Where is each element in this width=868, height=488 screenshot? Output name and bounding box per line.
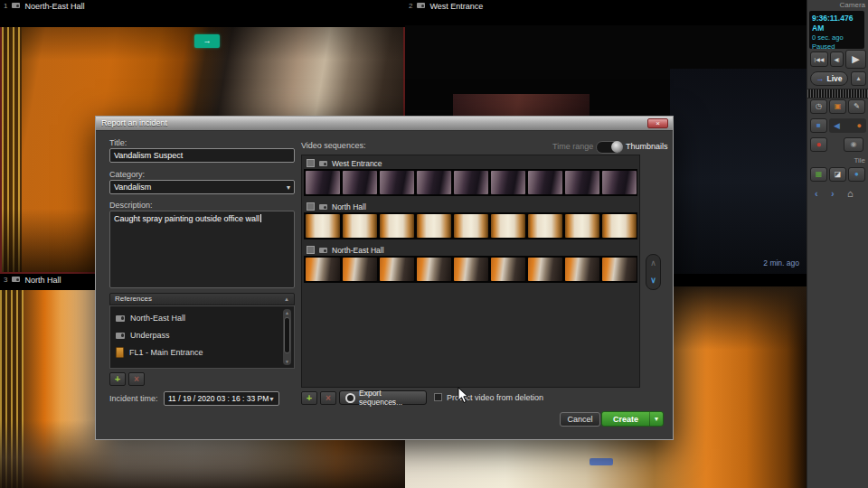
reference-item[interactable]: Underpass: [112, 326, 292, 343]
camera-icon: [116, 315, 125, 322]
live-button[interactable]: → Live: [810, 71, 848, 86]
sequence-thumbnail[interactable]: [343, 258, 377, 281]
step-back-button[interactable]: ◀|: [830, 52, 844, 67]
timeline-strip[interactable]: [807, 89, 868, 99]
scroll-up-icon[interactable]: ∧: [650, 259, 656, 267]
orange-dot-icon[interactable]: ●: [857, 121, 862, 130]
camera-icon: [319, 161, 327, 166]
description-textarea[interactable]: Caught spray painting outside office wal…: [109, 211, 295, 288]
references-scrollbar[interactable]: ▲ ▼: [283, 309, 291, 365]
sequence-thumbnail[interactable]: [602, 171, 637, 194]
prev-icon[interactable]: ‹: [815, 187, 818, 200]
sequence-thumbnail[interactable]: [602, 214, 637, 238]
thumbnails-toggle-label[interactable]: Thumbnails: [626, 142, 668, 151]
description-value: Caught spray painting outside office wal…: [114, 214, 259, 223]
scroll-down-arrow-icon[interactable]: ▼: [283, 358, 291, 365]
sequence-thumbnail[interactable]: [380, 258, 414, 281]
sequence-thumbnail[interactable]: [528, 171, 562, 194]
reference-item[interactable]: North-East Hall: [112, 309, 292, 326]
sequence-thumbnail[interactable]: [528, 258, 562, 281]
category-select[interactable]: Vandalism ▾: [109, 180, 295, 194]
dialog-titlebar[interactable]: Report an incident ×: [96, 117, 673, 131]
time-select-button[interactable]: ◷: [810, 99, 827, 114]
scrollbar-thumb[interactable]: [284, 317, 290, 353]
video-sequences-panel: West EntranceNorth HallNorth-East Hall: [301, 155, 640, 388]
home-icon[interactable]: ⌂: [847, 187, 854, 200]
next-icon[interactable]: ›: [831, 187, 835, 200]
audio-icon: ◉: [851, 141, 857, 148]
sequence-thumbnail[interactable]: [306, 214, 340, 238]
smart-search-button[interactable]: ▣: [829, 99, 846, 114]
category-field-label: Category:: [109, 170, 145, 179]
sequence-thumbnail[interactable]: [417, 214, 451, 238]
sequence-thumbnail[interactable]: [417, 258, 451, 281]
collapse-icon: ▲: [284, 294, 289, 305]
category-select-value: Vandalism: [114, 183, 151, 192]
snapshot-button[interactable]: ◪: [829, 167, 846, 182]
audio-button[interactable]: ◉: [844, 137, 863, 152]
skip-to-start-button[interactable]: |◀◀: [810, 52, 828, 67]
ptz-button[interactable]: ●: [848, 167, 865, 182]
toggle-knob[interactable]: [611, 141, 623, 153]
create-dropdown-icon[interactable]: ▼: [649, 412, 663, 426]
sequence-thumbnail[interactable]: [528, 214, 562, 238]
incident-time-field[interactable]: 11 / 19 / 2020 03 : 16 : 33 PM ▼: [164, 391, 279, 406]
add-reference-button[interactable]: +: [109, 372, 126, 386]
camera-icon: [12, 3, 20, 8]
add-sequence-button[interactable]: +: [301, 391, 317, 405]
scroll-down-icon[interactable]: ∨: [650, 277, 656, 285]
sequence-thumbnail[interactable]: [343, 171, 377, 194]
stop-button[interactable]: ■: [810, 118, 827, 133]
sequence-thumbnail[interactable]: [565, 214, 599, 238]
chevron-down-icon: ▼: [269, 393, 275, 406]
sequence-scroll-control[interactable]: ∧ ∨: [646, 254, 661, 290]
sequence-thumbnail[interactable]: [380, 214, 414, 238]
sequence-thumbnail[interactable]: [306, 171, 340, 194]
protect-video-checkbox[interactable]: [434, 393, 442, 401]
annotate-button[interactable]: ✎: [848, 99, 865, 114]
sequence-thumbnail[interactable]: [454, 171, 488, 194]
floor-marking: [590, 458, 613, 465]
view-mode-toggle[interactable]: [596, 141, 623, 154]
sequence-thumbnail[interactable]: [491, 258, 525, 281]
sequence-thumbnail[interactable]: [306, 258, 340, 281]
scroll-up-arrow-icon[interactable]: ▲: [283, 309, 291, 316]
camera-icon: [12, 277, 20, 282]
create-button-label: Create: [602, 415, 649, 424]
sequence-thumbnail[interactable]: [417, 171, 451, 194]
title-input[interactable]: Vandalism Suspect: [109, 148, 295, 163]
cancel-button[interactable]: Cancel: [560, 412, 600, 427]
sequence-checkbox[interactable]: [307, 202, 315, 211]
back-arrow-icon[interactable]: ◀: [834, 121, 840, 130]
sequence-thumbnail[interactable]: [602, 258, 637, 281]
sequence-thumbnail-strip: [304, 169, 637, 196]
create-button[interactable]: Create ▼: [601, 411, 664, 427]
time-range-toggle-label[interactable]: Time range: [552, 142, 593, 151]
sequence-checkbox[interactable]: [307, 159, 315, 167]
sequence-checkbox[interactable]: [307, 246, 315, 254]
references-list[interactable]: ▲ ▼ North-East HallUnderpassFL1 - Main E…: [109, 305, 295, 369]
grid-view-button[interactable]: ▦: [810, 167, 827, 182]
bookmark-group: ◀ ●: [829, 118, 866, 133]
export-sequences-button[interactable]: Export sequences...: [339, 390, 427, 405]
remove-reference-button[interactable]: ×: [128, 372, 145, 386]
sequence-thumbnail[interactable]: [343, 214, 377, 238]
reference-name: North-East Hall: [130, 314, 185, 323]
record-button[interactable]: ●: [810, 137, 827, 152]
remove-sequence-button[interactable]: ×: [320, 391, 336, 405]
sequence-thumbnail[interactable]: [454, 214, 488, 238]
sequence-thumbnail[interactable]: [491, 171, 525, 194]
close-icon[interactable]: ×: [647, 118, 668, 128]
camera-icon: [116, 333, 125, 339]
sequence-thumbnail[interactable]: [565, 258, 599, 281]
sequence-thumbnail[interactable]: [565, 171, 599, 194]
sequence-thumbnail-strip: [304, 212, 637, 239]
camera-icon: [319, 248, 327, 253]
reference-item[interactable]: FL1 - Main Entrance: [112, 343, 292, 361]
play-button[interactable]: ▶: [845, 50, 866, 69]
sequence-thumbnail[interactable]: [380, 171, 414, 194]
references-header[interactable]: References ▲: [109, 293, 295, 305]
sequence-thumbnail[interactable]: [454, 258, 488, 281]
expand-button[interactable]: ▴: [851, 71, 866, 86]
sequence-thumbnail[interactable]: [491, 214, 525, 238]
